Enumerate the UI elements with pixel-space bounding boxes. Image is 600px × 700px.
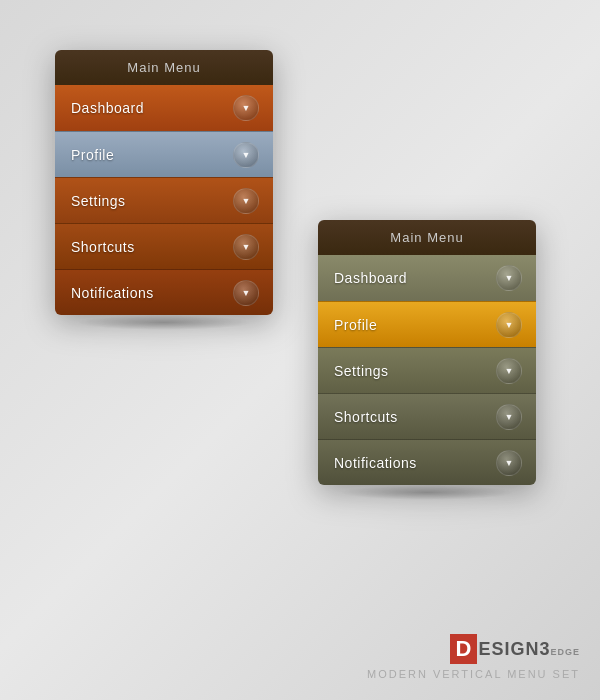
menu-1-profile-label: Profile	[71, 147, 114, 163]
menu-2-shortcuts-arrow[interactable]	[496, 404, 522, 430]
menu-2-title: Main Menu	[390, 230, 463, 245]
menu-2: Main Menu Dashboard Profile Settings Sho…	[318, 220, 536, 485]
menu-1-dashboard-arrow[interactable]	[233, 95, 259, 121]
menu-1-notifications[interactable]: Notifications	[55, 269, 273, 315]
page-tagline: MODERN VERTICAL MENU SET	[367, 668, 580, 680]
menu-2-dashboard-label: Dashboard	[334, 270, 407, 286]
menu-2-header: Main Menu	[318, 220, 536, 255]
menu-2-profile[interactable]: Profile	[318, 301, 536, 347]
menu-1-dashboard-label: Dashboard	[71, 100, 144, 116]
menu-2-settings-arrow[interactable]	[496, 358, 522, 384]
brand-rest: ESIGN3EDGE	[478, 639, 580, 660]
menu-2-shortcuts[interactable]: Shortcuts	[318, 393, 536, 439]
menu-1-header: Main Menu	[55, 50, 273, 85]
menu-2-profile-arrow[interactable]	[496, 312, 522, 338]
menu-1-shortcuts[interactable]: Shortcuts	[55, 223, 273, 269]
menu-2-notifications-label: Notifications	[334, 455, 417, 471]
menu-1-notifications-label: Notifications	[71, 285, 154, 301]
menu-1-shortcuts-label: Shortcuts	[71, 239, 135, 255]
brand-logo: D ESIGN3EDGE	[367, 634, 580, 664]
brand-sub-text: EDGE	[550, 647, 580, 657]
menu-2-settings-label: Settings	[334, 363, 389, 379]
menu-1: Main Menu Dashboard Profile Settings Sho…	[55, 50, 273, 315]
brand-rest-text: ESIGN3	[478, 639, 550, 659]
menu-1-profile-arrow[interactable]	[233, 142, 259, 168]
menu-1-profile[interactable]: Profile	[55, 131, 273, 177]
menu-2-shortcuts-label: Shortcuts	[334, 409, 398, 425]
menu-2-notifications-arrow[interactable]	[496, 450, 522, 476]
menu-1-settings-arrow[interactable]	[233, 188, 259, 214]
menu-1-shadow	[77, 315, 251, 330]
menu-2-settings[interactable]: Settings	[318, 347, 536, 393]
menu-1-settings-label: Settings	[71, 193, 126, 209]
menu-2-profile-label: Profile	[334, 317, 377, 333]
menu-2-dashboard-arrow[interactable]	[496, 265, 522, 291]
menu-1-dashboard[interactable]: Dashboard	[55, 85, 273, 131]
menu-1-settings[interactable]: Settings	[55, 177, 273, 223]
brand-d-letter: D	[450, 634, 478, 664]
menu-1-shortcuts-arrow[interactable]	[233, 234, 259, 260]
menu-2-notifications[interactable]: Notifications	[318, 439, 536, 485]
menu-1-notifications-arrow[interactable]	[233, 280, 259, 306]
menu-2-dashboard[interactable]: Dashboard	[318, 255, 536, 301]
page-footer: D ESIGN3EDGE MODERN VERTICAL MENU SET	[367, 634, 580, 680]
menu-1-title: Main Menu	[127, 60, 200, 75]
menu-2-shadow	[340, 485, 514, 500]
